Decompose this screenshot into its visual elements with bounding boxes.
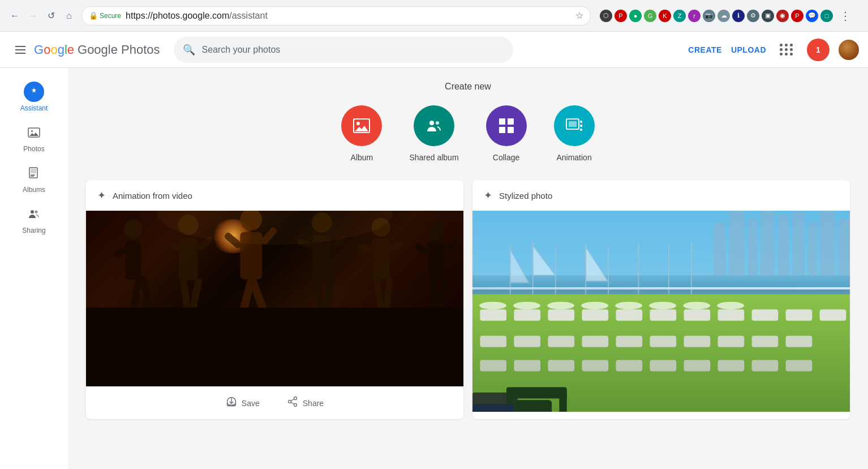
browser-extensions: ⬡ P ● G K Z r 📷 ☁ ℹ ⚙ ▣ ◉ P 💬 □ [600,10,833,22]
svg-rect-52 [384,276,393,310]
sparkle-icon-2: ✦ [484,189,492,202]
share-label: Share [303,399,324,408]
ext-icon-14[interactable]: P [791,10,803,22]
content-area: Create new Album [68,68,868,469]
svg-rect-2 [15,53,25,54]
svg-rect-21 [580,121,582,123]
create-option-shared-album[interactable]: Shared album [409,105,458,162]
svg-rect-110 [616,336,642,347]
svg-rect-120 [616,360,642,372]
svg-rect-72 [761,211,775,283]
collage-circle [486,105,527,146]
ext-icon-5[interactable]: K [659,10,671,22]
ext-icon-9[interactable]: ☁ [717,10,730,22]
save-button[interactable]: Save [226,396,260,410]
svg-rect-30 [179,237,197,280]
shared-album-label: Shared album [409,153,458,162]
sidebar-item-photos[interactable]: Photos [0,121,68,157]
svg-point-129 [581,302,608,309]
svg-rect-23 [580,129,582,131]
svg-point-132 [683,302,710,309]
svg-rect-116 [480,360,506,372]
sidebar-sharing-label: Sharing [22,227,45,234]
svg-rect-0 [15,46,25,47]
secure-badge: 🔒 Secure [89,11,121,20]
back-button[interactable]: ← [7,8,23,24]
ext-icon-8[interactable]: 📷 [703,10,715,22]
apps-button[interactable] [775,39,798,61]
ext-icon-13[interactable]: ◉ [776,10,789,22]
ext-icon-15[interactable]: 💬 [806,10,818,22]
svg-point-62 [294,397,297,400]
create-option-animation[interactable]: Animation [554,105,595,162]
sidebar-item-assistant[interactable]: Assistant [0,77,68,117]
animation-circle [554,105,595,146]
create-button[interactable]: CREATE [688,45,722,54]
hamburger-menu-button[interactable] [9,39,32,61]
home-button[interactable]: ⌂ [61,8,77,24]
ext-icon-11[interactable]: ⚙ [747,10,759,22]
share-button[interactable]: Share [287,396,324,410]
bookmark-icon[interactable]: ☆ [575,10,583,21]
url-path: /assistant [229,11,268,20]
svg-rect-97 [548,309,574,321]
user-avatar[interactable] [839,40,859,60]
svg-rect-58 [436,276,448,308]
browser-more-button[interactable]: ⋮ [840,9,851,23]
svg-rect-108 [548,336,574,347]
sparkle-icon-1: ✦ [97,189,106,202]
save-label: Save [242,399,260,408]
svg-rect-104 [786,309,813,321]
svg-rect-102 [718,309,745,321]
albums-icon [27,167,41,184]
address-bar[interactable]: 🔒 Secure https://photos.google.com/assis… [81,6,591,25]
svg-rect-122 [684,360,711,372]
sidebar-item-albums[interactable]: Albums [0,162,68,198]
sidebar-assistant-label: Assistant [20,104,48,112]
svg-rect-49 [356,242,373,253]
svg-point-4 [31,130,33,132]
logo-text: Google [34,42,74,57]
refresh-button[interactable]: ↺ [43,8,59,24]
svg-rect-51 [372,276,384,310]
svg-rect-113 [718,336,745,347]
save-icon [226,396,237,410]
stylized-card-title: Stylized photo [499,191,552,201]
album-label: Album [351,153,373,162]
ext-icon-3[interactable]: ● [629,10,642,22]
svg-point-63 [288,400,291,403]
ext-icon-1[interactable]: ⬡ [600,10,612,22]
svg-rect-95 [480,309,506,321]
create-option-collage[interactable]: Collage [486,105,527,162]
svg-point-131 [649,302,676,309]
svg-line-65 [291,402,294,404]
forward-button[interactable]: → [25,8,41,24]
ext-icon-16[interactable]: □ [820,10,833,22]
ext-icon-4[interactable]: G [644,10,656,22]
svg-point-24 [124,219,143,238]
ext-icon-2[interactable]: P [615,10,627,22]
sidebar-item-sharing[interactable]: Sharing [0,203,68,239]
svg-rect-18 [508,127,514,133]
ext-icon-6[interactable]: Z [673,10,686,22]
svg-rect-17 [499,127,505,133]
svg-rect-59 [86,308,463,386]
animation-card-header: ✦ Animation from video [86,180,463,211]
svg-point-133 [717,302,744,309]
google-photos-logo[interactable]: Google Google Photos [34,42,160,57]
svg-rect-136 [514,400,552,412]
notification-button[interactable]: 1 [807,39,830,61]
cards-section: ✦ Animation from video [86,180,850,419]
ext-icon-12[interactable]: ▣ [762,10,774,22]
beach-image [472,211,850,412]
ext-icon-10[interactable]: ℹ [732,10,745,22]
svg-rect-71 [748,219,757,283]
collage-label: Collage [493,153,519,162]
svg-rect-45 [314,276,324,312]
create-option-album[interactable]: Album [341,105,382,162]
upload-button[interactable]: UPLOAD [731,45,766,54]
search-bar[interactable]: 🔍 Search your photos [174,37,513,63]
svg-point-53 [427,222,445,240]
ext-icon-7[interactable]: r [688,10,701,22]
svg-rect-27 [131,276,143,308]
